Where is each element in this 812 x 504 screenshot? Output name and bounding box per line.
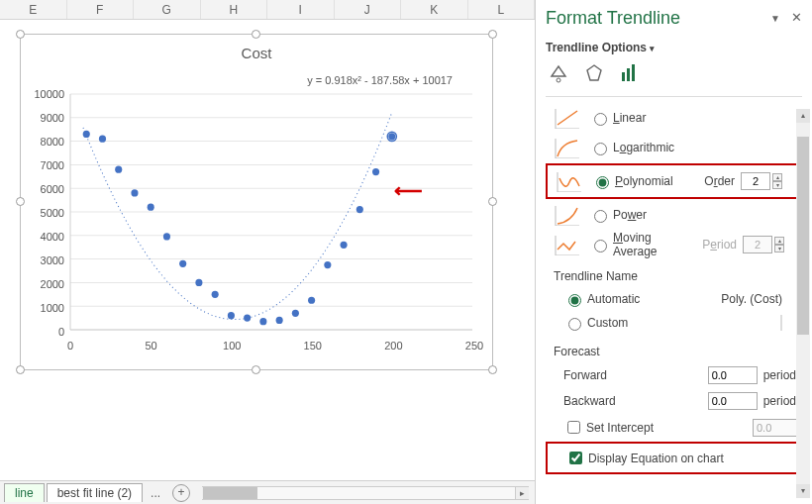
sheet-tab[interactable]: best fit line (2) xyxy=(47,483,143,502)
forward-label: Forward xyxy=(563,368,607,382)
pane-title: Format Trendline xyxy=(546,8,802,29)
pane-vertical-scrollbar[interactable]: ▴ ▾ xyxy=(796,109,810,498)
pane-options-dropdown[interactable]: ▼ xyxy=(770,13,780,24)
resize-handle[interactable] xyxy=(488,197,497,206)
order-spin-up[interactable]: ▴ xyxy=(772,173,782,181)
fill-line-icon[interactable] xyxy=(546,60,571,86)
polynomial-radio[interactable] xyxy=(596,176,609,189)
period-spin-up: ▴ xyxy=(774,237,784,245)
col-F[interactable]: F xyxy=(67,0,135,19)
moving-average-icon xyxy=(554,234,581,255)
chart-title[interactable]: Cost xyxy=(21,45,492,61)
forward-input[interactable] xyxy=(708,366,758,384)
display-equation-row[interactable]: Display Equation on chart xyxy=(548,445,800,471)
resize-handle[interactable] xyxy=(16,197,25,206)
custom-radio[interactable] xyxy=(568,318,581,331)
logarithmic-label: Logarithmic xyxy=(613,141,674,154)
logarithmic-radio[interactable] xyxy=(594,143,607,155)
col-K[interactable]: K xyxy=(401,0,468,19)
linear-radio[interactable] xyxy=(594,113,607,126)
backward-input[interactable] xyxy=(708,392,758,410)
automatic-name-row[interactable]: Automatic Poly. (Cost) xyxy=(546,287,802,311)
trendline-type-linear[interactable]: Linear xyxy=(546,103,802,133)
svg-point-26 xyxy=(292,310,299,317)
display-equation-checkbox[interactable] xyxy=(569,452,582,464)
col-L[interactable]: L xyxy=(468,0,536,19)
pane-category-icons xyxy=(546,60,802,86)
scroll-thumb[interactable] xyxy=(203,487,257,499)
power-radio[interactable] xyxy=(594,210,607,223)
svg-point-22 xyxy=(228,312,235,319)
sheet-tabs-more[interactable]: ... xyxy=(145,486,166,500)
linear-icon xyxy=(554,107,581,129)
effects-icon[interactable] xyxy=(581,60,607,86)
set-intercept-row[interactable]: Set Intercept xyxy=(546,414,802,441)
y-tick-label: 2000 xyxy=(21,278,64,290)
scroll-down-button[interactable]: ▾ xyxy=(796,484,810,498)
svg-point-19 xyxy=(179,260,186,267)
resize-handle[interactable] xyxy=(16,30,25,39)
trendline-type-power[interactable]: Power xyxy=(546,200,802,230)
sheet-tab[interactable]: line xyxy=(4,483,45,502)
scroll-up-button[interactable]: ▴ xyxy=(796,109,810,123)
resize-handle[interactable] xyxy=(252,30,260,39)
x-tick-label: 50 xyxy=(145,340,156,352)
horizontal-scrollbar[interactable]: ◂ ▸ xyxy=(202,486,529,500)
trendline-type-polynomial[interactable]: Polynomial Order ▴▾ xyxy=(548,166,800,196)
new-sheet-button[interactable]: + xyxy=(172,484,190,502)
svg-point-30 xyxy=(356,206,363,213)
scroll-right-button[interactable]: ▸ xyxy=(515,487,529,499)
forward-row: Forward periods xyxy=(546,362,802,388)
svg-point-15 xyxy=(115,166,122,173)
col-E[interactable]: E xyxy=(0,0,67,19)
svg-point-13 xyxy=(83,131,90,138)
y-tick-label: 6000 xyxy=(21,183,64,195)
resize-handle[interactable] xyxy=(252,365,260,374)
set-intercept-label: Set Intercept xyxy=(586,421,654,435)
moving-average-label: MovingAverage xyxy=(613,231,657,258)
power-icon xyxy=(554,204,581,226)
annotation-arrow-icon: ⟵ xyxy=(394,178,423,202)
col-G[interactable]: G xyxy=(134,0,201,19)
svg-point-28 xyxy=(324,261,331,268)
svg-rect-37 xyxy=(627,68,630,81)
col-H[interactable]: H xyxy=(201,0,268,19)
resize-handle[interactable] xyxy=(488,30,497,39)
order-spin-down[interactable]: ▾ xyxy=(772,181,782,189)
intercept-input xyxy=(753,419,802,437)
scroll-thumb[interactable] xyxy=(797,137,809,335)
trendline-options-dropdown[interactable]: Trendline Options xyxy=(546,41,802,54)
svg-point-27 xyxy=(308,297,315,304)
x-tick-label: 0 xyxy=(67,340,73,352)
order-input[interactable] xyxy=(741,172,770,190)
trendline-equation-label[interactable]: y = 0.918x² - 187.58x + 10017 xyxy=(307,74,453,86)
resize-handle[interactable] xyxy=(16,365,25,374)
col-J[interactable]: J xyxy=(335,0,402,19)
moving-average-radio[interactable] xyxy=(594,240,607,252)
set-intercept-checkbox[interactable] xyxy=(567,421,580,434)
custom-name-row[interactable]: Custom xyxy=(546,311,802,335)
svg-point-24 xyxy=(259,318,266,325)
svg-point-23 xyxy=(244,314,251,321)
col-I[interactable]: I xyxy=(267,0,335,19)
x-tick-label: 200 xyxy=(384,340,402,352)
y-tick-label: 8000 xyxy=(21,136,64,148)
trendline-type-logarithmic[interactable]: Logarithmic xyxy=(546,133,802,162)
custom-name-input[interactable] xyxy=(780,315,782,331)
y-tick-label: 3000 xyxy=(21,254,64,266)
automatic-radio[interactable] xyxy=(568,294,581,307)
x-tick-label: 150 xyxy=(304,340,322,352)
trendline-options-icon[interactable] xyxy=(617,60,643,86)
format-trendline-pane: ▼ ✕ Format Trendline Trendline Options L… xyxy=(535,0,812,504)
svg-marker-35 xyxy=(587,65,601,80)
display-equation-label: Display Equation on chart xyxy=(588,452,724,465)
pane-close-button[interactable]: ✕ xyxy=(791,10,802,25)
plot-area[interactable] xyxy=(70,94,472,330)
trendline-type-moving-average[interactable]: MovingAverage Period ▴▾ xyxy=(546,230,802,259)
logarithmic-icon xyxy=(554,137,581,158)
polynomial-icon xyxy=(556,170,583,192)
chart-object[interactable]: Cost y = 0.918x² - 187.58x + 10017 ⟵ 010… xyxy=(20,34,493,370)
resize-handle[interactable] xyxy=(488,365,497,374)
svg-rect-36 xyxy=(622,72,625,81)
svg-point-14 xyxy=(99,136,106,143)
